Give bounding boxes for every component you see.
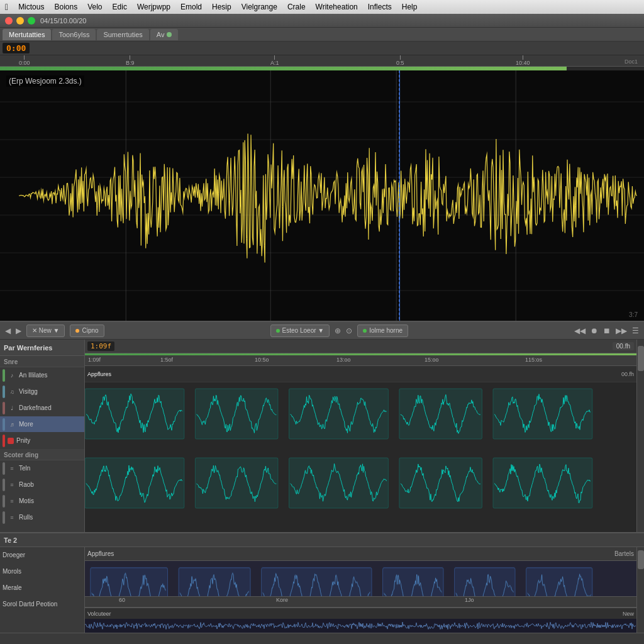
- back-icon[interactable]: ◀: [5, 326, 11, 335]
- menu-velo[interactable]: Velo: [87, 3, 102, 11]
- skip-back-icon[interactable]: ◀◀: [574, 326, 586, 335]
- waveform-editor[interactable]: (Erp Wesjoom 2.3ds.) 3:7: [0, 70, 644, 322]
- te2-track-name-droeger: Droeger: [3, 552, 25, 558]
- time-end-label: 3:7: [629, 311, 638, 318]
- menu-edic[interactable]: Edic: [113, 3, 127, 11]
- volcuteer-row: Volcuteer New: [85, 608, 636, 619]
- home-label: Iolme horne: [369, 327, 402, 334]
- grid-line-1: [126, 70, 126, 321]
- te2-timeline: Appflures Bartels 60 Kore 1Jo Volcuteer: [85, 547, 636, 633]
- zoom-in-icon[interactable]: ⊕: [335, 326, 341, 335]
- track-icon-2: ♫: [8, 387, 16, 396]
- record-icon[interactable]: ⏺: [591, 326, 598, 335]
- menu-writeheation[interactable]: Writeheation: [316, 3, 358, 11]
- track-color-4: [3, 418, 5, 431]
- ruler-kore: Kore: [276, 597, 288, 603]
- menu-help[interactable]: Help: [402, 3, 418, 11]
- track-header-darkefnaed[interactable]: ♩ Darkefnaed: [0, 400, 84, 416]
- ruler-mark-1: B:9: [126, 55, 135, 66]
- title-bar: 04/15/10.00/20: [0, 14, 644, 28]
- skip-fwd-icon[interactable]: ▶▶: [616, 326, 627, 335]
- apple-menu[interactable]: : [5, 2, 8, 12]
- track-header-pnity[interactable]: Pnity: [0, 433, 84, 449]
- blue-waveform-row: [85, 619, 636, 633]
- te2-bartels-label: Bartels: [614, 550, 634, 557]
- tracks-canvas: [85, 382, 636, 532]
- controls-bar: ◀ ▶ ✕ New ▼ Cipno Esteo Loeor ▼ ⊕ ⊙ Iolm…: [0, 322, 644, 340]
- menu-emold[interactable]: Emold: [180, 3, 202, 11]
- track-icon-7: ≡: [8, 480, 16, 489]
- track-header-rulls[interactable]: ≡ Rulls: [0, 509, 84, 526]
- te2-track-merale[interactable]: Merale: [0, 580, 84, 596]
- menu-mictous[interactable]: Mictous: [18, 3, 44, 11]
- track-name-5: Pnity: [16, 437, 30, 444]
- tab-mertutatties[interactable]: Mertutatties: [3, 29, 51, 40]
- timeline-ruler: 1:09f 1:5of 10:5o 13:oo 15:oo 115:os: [85, 353, 636, 366]
- te2-track-name-merale: Merale: [3, 584, 22, 591]
- track-header-motis[interactable]: ≡ Motis: [0, 493, 84, 509]
- track-name-1: An Illilates: [19, 372, 48, 379]
- track-icon-6: ≡: [8, 464, 16, 473]
- menu-inflects[interactable]: Inflects: [368, 3, 392, 11]
- track-name-2: Visitgg: [19, 388, 38, 395]
- waveform-label: (Erp Wesjoom 2.3ds.): [6, 75, 84, 87]
- waveform-canvas: [0, 70, 644, 321]
- home-dot: [363, 329, 367, 333]
- cipno-label: Cipno: [82, 327, 98, 334]
- close-button[interactable]: [5, 17, 13, 25]
- te2-track-sorol[interactable]: Sorol Dartd Peotion: [0, 596, 84, 613]
- te2-content: Droeger Morols Merale Sorol Dartd Peotio…: [0, 547, 644, 633]
- track-header-teln[interactable]: ≡ Teln: [0, 460, 84, 477]
- forward-icon[interactable]: ▶: [16, 326, 21, 335]
- menu-bar:  Mictous Boions Velo Edic Werjpwpp Emol…: [0, 0, 644, 14]
- maximize-button[interactable]: [28, 17, 35, 25]
- track-color-7: [3, 479, 5, 491]
- te2-track-droeger[interactable]: Droeger: [0, 547, 84, 564]
- menu-werjpwpp[interactable]: Werjpwpp: [137, 3, 170, 11]
- playhead: [399, 70, 400, 321]
- track-header-an-illilates[interactable]: ♪ An Illilates: [0, 367, 84, 384]
- te2-track-morols[interactable]: Morols: [0, 564, 84, 580]
- ruler-mark-0: 0:00: [19, 55, 30, 66]
- track-icon-4: ♬: [8, 420, 16, 429]
- menu-boions[interactable]: Boions: [54, 3, 77, 11]
- te2-clips-label: Appflures: [87, 550, 114, 557]
- menu-icon[interactable]: ☰: [632, 326, 639, 335]
- track-color-2: [3, 386, 5, 398]
- new-button[interactable]: ✕ New ▼: [26, 325, 65, 337]
- loop-button[interactable]: Esteo Loeor ▼: [270, 325, 330, 337]
- te2-clips-header: Appflures Bartels: [85, 547, 636, 561]
- track-section-title: Par Wernferies: [4, 344, 52, 352]
- cipno-dot: [75, 329, 79, 333]
- title-text: 04/15/10.00/20: [40, 17, 86, 25]
- home-button[interactable]: Iolme horne: [357, 325, 408, 337]
- menu-vielgrange[interactable]: Vielgrange: [242, 3, 277, 11]
- track-icon-9: ≡: [8, 513, 16, 522]
- minimize-button[interactable]: [16, 17, 24, 25]
- track-header-raob[interactable]: ≡ Raob: [0, 477, 84, 493]
- tab-sumerrtuties[interactable]: Sumerrtuties: [97, 29, 148, 40]
- te2-scrollbar[interactable]: [636, 547, 644, 633]
- track-header-visitgg[interactable]: ♫ Visitgg: [0, 384, 84, 400]
- timeline-top-bar: 1:09f 00.fh: [85, 340, 636, 353]
- cipno-button[interactable]: Cipno: [70, 325, 104, 337]
- timeline-time-display: 1:09f: [87, 341, 114, 351]
- scrollbar-right[interactable]: [636, 340, 644, 532]
- new-button-label: ✕ New ▼: [32, 327, 59, 334]
- menu-hesip[interactable]: Hesip: [212, 3, 231, 11]
- status-bar: [0, 633, 644, 644]
- track-header-more[interactable]: ♬ More: [0, 416, 84, 433]
- timeline-area: 1:09f 00.fh 1:09f 1:5of 10:5o 13:oo 15:o…: [85, 340, 636, 532]
- loop-dot: [276, 329, 280, 333]
- track-name-4: More: [19, 421, 33, 428]
- zoom-out-icon[interactable]: ⊙: [346, 326, 352, 335]
- stop-icon[interactable]: ⏹: [603, 326, 611, 335]
- ruler-mark-4: 10:40: [516, 55, 530, 66]
- time-display-right: 00.fh: [619, 371, 636, 377]
- scrollbar-thumb[interactable]: [638, 346, 644, 371]
- tab-av[interactable]: Av: [150, 29, 179, 40]
- te2-scrollbar-thumb[interactable]: [638, 550, 644, 569]
- tab-toon6ylss[interactable]: Toon6ylss: [52, 29, 96, 40]
- grid-line-4: [516, 70, 516, 321]
- menu-crale[interactable]: Crale: [287, 3, 306, 11]
